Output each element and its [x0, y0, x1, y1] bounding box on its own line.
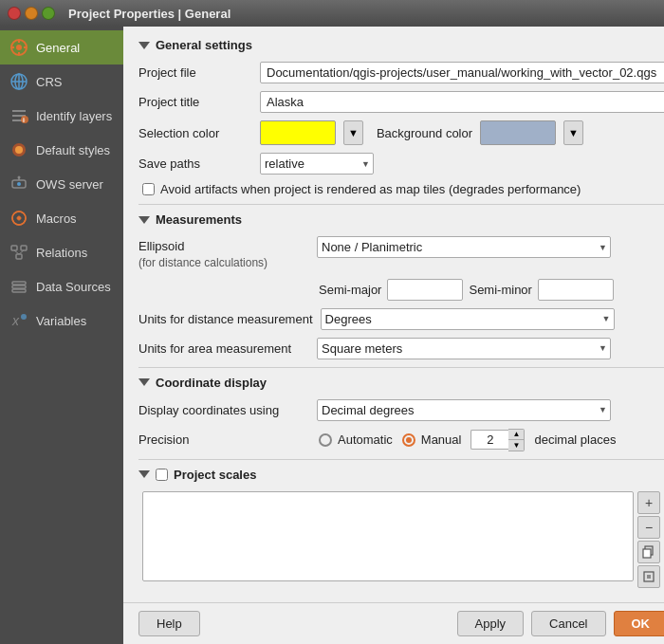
avoid-artifacts-label: Avoid artifacts when project is rendered…: [160, 182, 581, 196]
display-coords-row: Display coordinates using Decimal degree…: [138, 399, 664, 421]
scale-add-button[interactable]: +: [637, 491, 660, 514]
save-paths-select[interactable]: relative absolute: [260, 153, 374, 175]
collapse-scales-icon[interactable]: [138, 470, 150, 478]
selection-color-dropdown[interactable]: ▼: [343, 120, 363, 145]
collapse-coordinate-icon[interactable]: [138, 378, 150, 386]
coordinate-display-header: Coordinate display: [138, 376, 664, 390]
divider-3: [138, 459, 664, 460]
svg-point-1: [16, 45, 22, 50]
project-title-input[interactable]: [260, 91, 664, 113]
svg-text:i: i: [23, 117, 25, 123]
data-sources-icon: [9, 277, 28, 296]
scales-container: + −: [142, 491, 634, 581]
titlebar: Project Properties | General: [0, 0, 664, 27]
svg-rect-36: [644, 572, 654, 581]
precision-increment-button[interactable]: ▲: [508, 430, 524, 440]
general-icon: [9, 38, 28, 57]
project-title-row: Project title: [138, 91, 664, 113]
precision-manual-group: Manual: [402, 432, 462, 447]
svg-point-20: [18, 176, 21, 179]
maximize-button[interactable]: [42, 7, 55, 20]
units-distance-label: Units for distance measurement: [138, 312, 313, 326]
general-settings-header: General settings: [138, 38, 664, 52]
sidebar-item-variables[interactable]: x Variables: [0, 304, 123, 338]
sidebar-label-crs: CRS: [36, 75, 62, 89]
footer: Help Apply Cancel OK: [123, 602, 664, 644]
scale-copy-button[interactable]: [637, 541, 660, 563]
sidebar-item-data-sources[interactable]: Data Sources: [0, 269, 123, 304]
project-scales-header: Project scales: [138, 468, 664, 482]
project-scales-title: Project scales: [174, 468, 256, 482]
sidebar-label-ows-server: OWS server: [36, 177, 103, 192]
units-area-label: Units for area measurement: [138, 341, 309, 356]
ok-button[interactable]: OK: [614, 611, 665, 636]
semi-minor-input[interactable]: [538, 279, 614, 301]
svg-rect-35: [643, 549, 651, 558]
coordinate-display-title: Coordinate display: [156, 376, 267, 390]
sidebar-item-macros[interactable]: Macros: [0, 201, 123, 235]
units-area-select[interactable]: Square meters Square kilometers Hectares: [317, 338, 611, 359]
project-file-label: Project file: [138, 65, 252, 80]
semi-row: Semi-major Semi-minor: [319, 279, 664, 301]
general-settings-title: General settings: [156, 38, 252, 52]
collapse-measurements-icon[interactable]: [138, 216, 150, 224]
background-color-button[interactable]: [480, 120, 556, 145]
precision-decrement-button[interactable]: ▼: [508, 440, 524, 451]
units-area-wrapper: Square meters Square kilometers Hectares: [317, 338, 611, 359]
display-coords-select[interactable]: Decimal degrees Degrees, minutes Degrees…: [317, 399, 611, 421]
apply-button[interactable]: Apply: [457, 611, 525, 636]
units-distance-select[interactable]: Degrees Meters Kilometers: [321, 308, 615, 330]
precision-manual-label: Manual: [421, 432, 462, 447]
ellipsoid-select[interactable]: None / Planimetric WGS 84 GRS 1980: [317, 236, 611, 258]
avoid-artifacts-checkbox[interactable]: [142, 183, 155, 195]
help-button[interactable]: Help: [138, 611, 200, 636]
project-scales-checkbox[interactable]: [156, 469, 168, 481]
decimal-places-label: decimal places: [534, 432, 616, 447]
project-title-label: Project title: [138, 95, 252, 109]
main-layout: General CRS i: [0, 27, 664, 644]
divider-1: [138, 204, 664, 205]
sidebar-item-relations[interactable]: Relations: [0, 235, 123, 269]
precision-value-input[interactable]: [470, 430, 508, 450]
scale-remove-button[interactable]: −: [637, 516, 660, 539]
svg-rect-31: [12, 289, 26, 292]
svg-point-23: [17, 216, 21, 220]
identify-layers-icon: i: [9, 106, 28, 125]
close-button[interactable]: [8, 7, 21, 20]
minimize-button[interactable]: [25, 7, 38, 20]
crs-icon: [9, 72, 28, 91]
units-area-row: Units for area measurement Square meters…: [138, 338, 664, 359]
precision-manual-radio[interactable]: [402, 433, 415, 447]
svg-rect-24: [11, 246, 17, 250]
project-file-input[interactable]: [260, 62, 664, 83]
scales-list: [142, 491, 634, 581]
selection-color-button[interactable]: [260, 120, 336, 145]
display-coords-label: Display coordinates using: [138, 403, 309, 417]
sidebar: General CRS i: [0, 27, 123, 644]
sidebar-item-identify-layers[interactable]: i Identify layers: [0, 99, 123, 133]
precision-auto-radio[interactable]: [319, 433, 332, 447]
ows-server-icon: [9, 175, 28, 193]
sidebar-label-default-styles: Default styles: [36, 143, 110, 157]
cancel-button[interactable]: Cancel: [531, 611, 605, 636]
variables-icon: x: [9, 311, 28, 330]
background-color-dropdown[interactable]: ▼: [563, 120, 583, 145]
sidebar-item-general[interactable]: General: [0, 30, 123, 64]
background-color-label: Background color: [377, 126, 472, 140]
svg-point-18: [17, 182, 21, 186]
sidebar-label-data-sources: Data Sources: [36, 280, 111, 294]
semi-major-input[interactable]: [387, 279, 463, 301]
ellipsoid-wrapper: None / Planimetric WGS 84 GRS 1980: [317, 236, 611, 258]
sidebar-label-variables: Variables: [36, 314, 86, 328]
sidebar-item-default-styles[interactable]: Default styles: [0, 133, 123, 167]
sidebar-item-ows-server[interactable]: OWS server: [0, 167, 123, 201]
precision-auto-group: Automatic: [319, 432, 393, 447]
avoid-artifacts-row: Avoid artifacts when project is rendered…: [142, 182, 664, 196]
svg-point-16: [15, 146, 23, 154]
project-file-row: Project file: [138, 62, 664, 83]
window-controls[interactable]: [8, 7, 55, 20]
sidebar-item-crs[interactable]: CRS: [0, 64, 123, 99]
svg-rect-25: [21, 246, 27, 250]
scale-paste-button[interactable]: [637, 565, 660, 588]
collapse-general-icon[interactable]: [138, 42, 150, 49]
